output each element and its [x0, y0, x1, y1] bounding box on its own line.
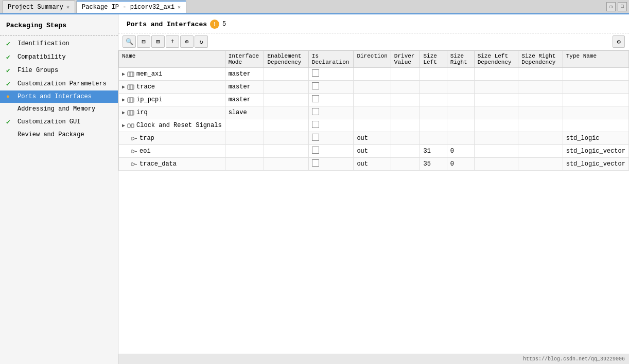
add-icon: + [170, 38, 174, 45]
cell-driver-value [391, 132, 420, 145]
expand-icon[interactable]: ▶ [122, 84, 125, 90]
cell-size-right-dep [518, 119, 563, 132]
is-declaration-checkbox[interactable] [312, 159, 319, 167]
expand-icon[interactable]: ▶ [122, 122, 125, 129]
collapse-all-button[interactable]: ⊟ [137, 35, 150, 48]
sidebar-item-compatibility-label: Compatibility [18, 53, 66, 61]
sidebar-item-compatibility[interactable]: ✔ Compatibility [0, 50, 118, 64]
cell-type-name [563, 106, 628, 119]
cell-type-name: std_logic [563, 132, 628, 145]
expand-icon[interactable]: ▶ [122, 110, 125, 116]
cell-enablement-dep [264, 81, 308, 94]
table-row[interactable]: trace_dataout350std_logic_vector [119, 158, 629, 171]
row-label: eoi [139, 148, 151, 155]
tab-project-summary-close[interactable]: ✕ [66, 4, 69, 10]
cell-size-right-dep [518, 132, 563, 145]
is-declaration-checkbox[interactable] [312, 121, 319, 128]
expand-icon: ⊞ [156, 38, 160, 46]
cell-direction: out [354, 158, 391, 171]
is-declaration-checkbox[interactable] [312, 95, 319, 102]
check-icon: ✔ [6, 40, 14, 48]
is-declaration-checkbox[interactable] [312, 108, 319, 115]
sidebar-item-file-groups[interactable]: ✔ File Groups [0, 64, 118, 77]
cell-type-name [563, 68, 628, 81]
cell-size-right-dep [518, 81, 563, 94]
port-out-icon [131, 135, 137, 141]
add-button[interactable]: + [166, 35, 179, 48]
cell-is-declaration[interactable] [308, 158, 354, 171]
cell-enablement-dep [264, 132, 308, 145]
bus-interface-icon [127, 71, 134, 77]
col-is-declaration: Is Declaration [308, 51, 354, 68]
tab-project-summary[interactable]: Project Summary ✕ [2, 1, 75, 13]
cell-is-declaration[interactable] [308, 106, 354, 119]
bus-interface-icon [127, 110, 134, 116]
sidebar-item-customization-params[interactable]: ✔ Customization Parameters [0, 77, 118, 90]
cell-direction [354, 81, 391, 94]
table-header-row: Name Interface Mode Enablement Dependenc… [119, 51, 629, 68]
table-row[interactable]: trapoutstd_logic [119, 132, 629, 145]
cell-is-declaration[interactable] [308, 132, 354, 145]
table-row[interactable]: ▶Clock and Reset Signals [119, 119, 629, 132]
move-button[interactable]: ⊕ [180, 35, 194, 48]
bus-interface-icon [127, 84, 134, 90]
check-icon: ✔ [6, 80, 14, 88]
restore-button[interactable]: ❐ [606, 2, 616, 11]
cell-size-left: 31 [420, 145, 447, 158]
svg-marker-21 [132, 150, 135, 153]
collapse-icon: ⊟ [142, 38, 145, 46]
settings-button[interactable]: ⚙ [613, 35, 625, 48]
svg-marker-23 [132, 162, 135, 166]
sidebar-item-addressing-memory[interactable]: Addressing and Memory [0, 103, 118, 115]
table-row[interactable]: ▶mem_aximaster [119, 68, 629, 81]
cell-is-declaration[interactable] [308, 68, 354, 81]
cell-size-right-dep [518, 68, 563, 81]
expand-icon[interactable]: ▶ [122, 97, 125, 103]
cell-size-left [420, 132, 447, 145]
window-controls: ❐ □ [606, 2, 627, 11]
cell-enablement-dep [264, 119, 308, 132]
maximize-button[interactable]: □ [618, 2, 627, 11]
tab-package-ip-close[interactable]: ✕ [178, 4, 181, 10]
cell-is-declaration[interactable] [308, 145, 354, 158]
cell-size-left-dep [474, 68, 518, 81]
cell-is-declaration[interactable] [308, 81, 354, 94]
cell-driver-value [391, 119, 420, 132]
clock-group-icon [127, 122, 134, 129]
search-button[interactable]: 🔍 [123, 35, 136, 48]
is-declaration-checkbox[interactable] [312, 147, 319, 154]
row-label: trace [136, 83, 155, 90]
is-declaration-checkbox[interactable] [312, 69, 319, 77]
tab-project-summary-label: Project Summary [8, 4, 63, 11]
cell-type-name [563, 94, 628, 106]
is-declaration-checkbox[interactable] [312, 82, 319, 89]
table-row[interactable]: eoiout310std_logic_vector [119, 145, 629, 158]
refresh-button[interactable]: ↻ [195, 35, 208, 48]
expand-all-button[interactable]: ⊞ [151, 35, 165, 48]
cell-direction [354, 106, 391, 119]
sidebar: Packaging Steps ✔ Identification ✔ Compa… [0, 14, 118, 364]
sidebar-item-customization-gui[interactable]: ✔ Customization GUI [0, 115, 118, 129]
sidebar-item-identification[interactable]: ✔ Identification [0, 37, 118, 50]
col-direction: Direction [354, 51, 391, 68]
sidebar-item-ports-interfaces[interactable]: ● Ports and Interfaces [0, 90, 118, 103]
check-icon: ✔ [6, 53, 14, 61]
sidebar-item-review-package[interactable]: Review and Package [0, 129, 118, 141]
cell-driver-value [391, 145, 420, 158]
cell-is-declaration[interactable] [308, 94, 354, 106]
cell-name: ▶trace [119, 81, 225, 94]
refresh-icon: ↻ [199, 38, 203, 46]
cell-interface-mode [225, 158, 264, 171]
table-row[interactable]: ▶ip_pcpimaster [119, 94, 629, 106]
cell-direction: out [354, 145, 391, 158]
table-row[interactable]: ▶irqslave [119, 106, 629, 119]
cell-is-declaration[interactable] [308, 119, 354, 132]
cell-driver-value [391, 106, 420, 119]
col-size-left: Size Left [420, 51, 447, 68]
table-container[interactable]: Name Interface Mode Enablement Dependenc… [118, 50, 629, 354]
tab-package-ip[interactable]: Package IP - picorv32_axi ✕ [76, 1, 186, 13]
content-area: Ports and Interfaces ! 5 🔍 ⊟ ⊞ + ⊕ ↻ [118, 14, 629, 364]
expand-icon[interactable]: ▶ [122, 71, 125, 77]
table-row[interactable]: ▶tracemaster [119, 81, 629, 94]
is-declaration-checkbox[interactable] [312, 134, 319, 141]
